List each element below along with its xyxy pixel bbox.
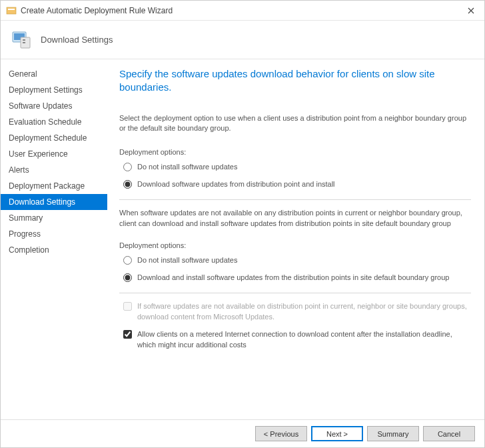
- group2-label: Deployment options:: [119, 241, 471, 249]
- checkbox-label: Allow clients on a metered Internet conn…: [137, 329, 471, 351]
- sidebar-item-deployment-schedule[interactable]: Deployment Schedule: [1, 130, 107, 146]
- divider: [119, 199, 471, 200]
- sidebar-item-alerts[interactable]: Alerts: [1, 162, 107, 178]
- radio-input[interactable]: [123, 180, 132, 189]
- radio-input[interactable]: [123, 273, 132, 282]
- radio-label: Download and install software updates fr…: [137, 273, 449, 283]
- radio-label: Do not install software updates: [137, 255, 237, 266]
- sidebar-item-summary[interactable]: Summary: [1, 210, 107, 226]
- sidebar-item-deployment-settings[interactable]: Deployment Settings: [1, 82, 107, 98]
- sidebar-item-user-experience[interactable]: User Experience: [1, 146, 107, 162]
- checkbox-metered-connection[interactable]: Allow clients on a metered Internet conn…: [119, 329, 471, 351]
- svg-rect-5: [23, 39, 25, 41]
- svg-rect-0: [7, 7, 16, 14]
- checkbox-input: [123, 302, 132, 311]
- titlebar: Create Automatic Deployment Rule Wizard: [1, 1, 484, 21]
- checkbox-label: If software updates are not available on…: [137, 301, 471, 323]
- radio-do-not-install-1[interactable]: Do not install software updates: [119, 162, 471, 173]
- app-icon: [6, 5, 17, 16]
- sidebar-item-deployment-package[interactable]: Deployment Package: [1, 178, 107, 194]
- instruction-text: Select the deployment option to use when…: [119, 113, 471, 134]
- sidebar-item-download-settings[interactable]: Download Settings: [1, 194, 107, 210]
- sidebar-item-progress[interactable]: Progress: [1, 226, 107, 242]
- content-heading: Specify the software updates download be…: [119, 67, 471, 95]
- page-title: Download Settings: [41, 35, 113, 45]
- close-icon[interactable]: [463, 3, 479, 19]
- radio-do-not-install-2[interactable]: Do not install software updates: [119, 255, 471, 266]
- content-panel: Specify the software updates download be…: [107, 59, 484, 419]
- wizard-footer: < Previous Next > Summary Cancel: [1, 419, 484, 447]
- sidebar-item-general[interactable]: General: [1, 66, 107, 82]
- checkbox-input[interactable]: [123, 330, 132, 339]
- radio-download-and-install-2[interactable]: Download and install software updates fr…: [119, 273, 471, 283]
- sidebar-item-software-updates[interactable]: Software Updates: [1, 98, 107, 114]
- window-title: Create Automatic Deployment Rule Wizard: [21, 6, 463, 15]
- previous-button[interactable]: < Previous: [255, 426, 307, 441]
- sidebar-item-evaluation-schedule[interactable]: Evaluation Schedule: [1, 114, 107, 130]
- summary-button[interactable]: Summary: [367, 426, 419, 441]
- cancel-button[interactable]: Cancel: [423, 426, 475, 441]
- computer-icon: [10, 28, 34, 52]
- divider: [119, 293, 471, 293]
- svg-rect-6: [23, 42, 25, 43]
- wizard-sidebar: General Deployment Settings Software Upd…: [1, 59, 107, 419]
- radio-label: Download software updates from distribut…: [137, 179, 335, 190]
- svg-rect-1: [8, 9, 15, 10]
- wizard-header: Download Settings: [1, 21, 484, 59]
- next-button[interactable]: Next >: [311, 426, 363, 441]
- group1-label: Deployment options:: [119, 148, 471, 156]
- section2-description: When software updates are not available …: [119, 208, 471, 229]
- radio-download-and-install-1[interactable]: Download software updates from distribut…: [119, 179, 471, 190]
- radio-label: Do not install software updates: [137, 162, 237, 173]
- checkbox-microsoft-updates: If software updates are not available on…: [119, 301, 471, 323]
- radio-input[interactable]: [123, 256, 132, 265]
- sidebar-item-completion[interactable]: Completion: [1, 242, 107, 258]
- radio-input[interactable]: [123, 163, 132, 171]
